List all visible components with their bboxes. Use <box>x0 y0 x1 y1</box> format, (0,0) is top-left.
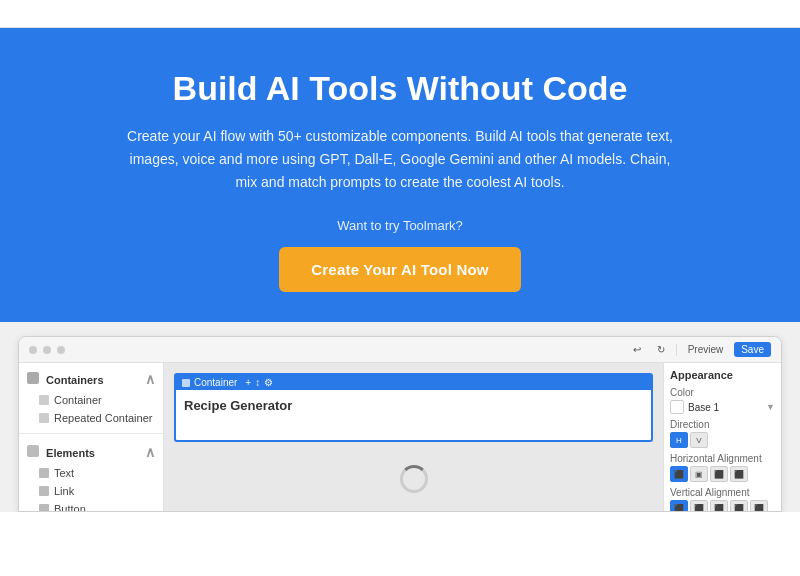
panel-vert-align-label: Vertical Alignment <box>670 487 775 498</box>
panel-vert-align-group: ⬛ ⬛ ⬛ ⬛ ⬛ <box>670 500 775 511</box>
link-item-icon <box>39 486 49 496</box>
panel-horiz-align-group: ⬛ ▣ ⬛ ⬛ <box>670 466 775 482</box>
window-titlebar: ↩ ↻ Preview Save <box>19 337 781 363</box>
window-nav: ↩ ↻ Preview Save <box>628 342 771 357</box>
elements-collapse-icon[interactable]: ∧ <box>145 444 155 460</box>
hero-cta-prompt: Want to try Toolmark? <box>20 218 780 233</box>
container-title-input[interactable] <box>184 398 643 413</box>
sidebar-item-text[interactable]: Text <box>19 464 163 482</box>
panel-direction-label: Direction <box>670 419 775 430</box>
window-redo-button[interactable]: ↻ <box>652 342 670 357</box>
nav-divider <box>676 344 677 356</box>
container-toolbar-settings[interactable]: ⚙ <box>264 377 273 388</box>
sidebar-containers-section: Containers ∧ Container Repeated Containe… <box>19 363 163 431</box>
sidebar-elements-header: Elements ∧ <box>19 440 163 464</box>
panel-appearance-title: Appearance <box>670 369 775 381</box>
container-content <box>176 390 651 440</box>
panel-vert-mid-btn[interactable]: ⬛ <box>690 500 708 511</box>
top-bar <box>0 0 800 28</box>
button-item-icon <box>39 504 49 511</box>
repeated-container-item-icon <box>39 413 49 423</box>
panel-vert-stretch-btn[interactable]: ⬛ <box>730 500 748 511</box>
panel-color-value: Base 1 <box>688 402 762 413</box>
panel-color-arrow: ▼ <box>766 402 775 412</box>
container-toolbar: Container + ↕ ⚙ <box>176 375 651 390</box>
window-dot-1 <box>29 346 37 354</box>
panel-color-label: Color <box>670 387 775 398</box>
canvas-container-block[interactable]: Container + ↕ ⚙ <box>174 373 653 442</box>
panel-direction-h-btn[interactable]: H <box>670 432 688 448</box>
hero-description: Create your AI flow with 50+ customizabl… <box>120 125 680 194</box>
sidebar-item-container[interactable]: Container <box>19 391 163 409</box>
elements-icon <box>27 445 39 457</box>
window-save-button[interactable]: Save <box>734 342 771 357</box>
sidebar-item-button[interactable]: Button <box>19 500 163 511</box>
cta-button[interactable]: Create Your AI Tool Now <box>279 247 520 292</box>
sidebar-item-link[interactable]: Link <box>19 482 163 500</box>
window-preview-button[interactable]: Preview <box>683 342 729 357</box>
preview-window: ↩ ↻ Preview Save Containers ∧ <box>18 336 782 512</box>
panel-horiz-left-btn[interactable]: ⬛ <box>670 466 688 482</box>
containers-collapse-icon[interactable]: ∧ <box>145 371 155 387</box>
sidebar-divider <box>19 433 163 434</box>
panel-vert-bot-btn[interactable]: ⬛ <box>710 500 728 511</box>
container-toolbar-move[interactable]: ↕ <box>255 377 260 388</box>
panel-horiz-fill-btn[interactable]: ⬛ <box>730 466 748 482</box>
panel-vert-fill-btn[interactable]: ⬛ <box>750 500 768 511</box>
panel-direction-v-btn[interactable]: V <box>690 432 708 448</box>
panel-vert-top-btn[interactable]: ⬛ <box>670 500 688 511</box>
panel-right: Appearance Color Base 1 ▼ Direction H V … <box>663 363 781 511</box>
window-undo-button[interactable]: ↩ <box>628 342 646 357</box>
sidebar-elements-section: Elements ∧ Text Link Button <box>19 436 163 511</box>
panel-direction-group: H V <box>670 432 775 448</box>
panel-color-swatch[interactable] <box>670 400 684 414</box>
window-body: Containers ∧ Container Repeated Containe… <box>19 363 781 511</box>
container-item-icon <box>39 395 49 405</box>
panel-horiz-align-label: Horizontal Alignment <box>670 453 775 464</box>
app-preview-section: ↩ ↻ Preview Save Containers ∧ <box>0 322 800 512</box>
sidebar-containers-header: Containers ∧ <box>19 367 163 391</box>
container-toolbar-icon <box>182 379 190 387</box>
text-item-icon <box>39 468 49 478</box>
window-dot-3 <box>57 346 65 354</box>
panel-horiz-right-btn[interactable]: ⬛ <box>710 466 728 482</box>
sidebar-left: Containers ∧ Container Repeated Containe… <box>19 363 164 511</box>
sidebar-item-repeated-container[interactable]: Repeated Container <box>19 409 163 427</box>
loading-spinner <box>400 465 428 493</box>
containers-icon <box>27 372 39 384</box>
panel-color-row: Base 1 ▼ <box>670 400 775 414</box>
container-toolbar-add[interactable]: + <box>245 377 251 388</box>
canvas-area: Container + ↕ ⚙ <box>164 363 663 511</box>
window-dot-2 <box>43 346 51 354</box>
panel-horiz-center-btn[interactable]: ▣ <box>690 466 708 482</box>
hero-section: Build AI Tools Without Code Create your … <box>0 28 800 322</box>
hero-title: Build AI Tools Without Code <box>20 68 780 109</box>
